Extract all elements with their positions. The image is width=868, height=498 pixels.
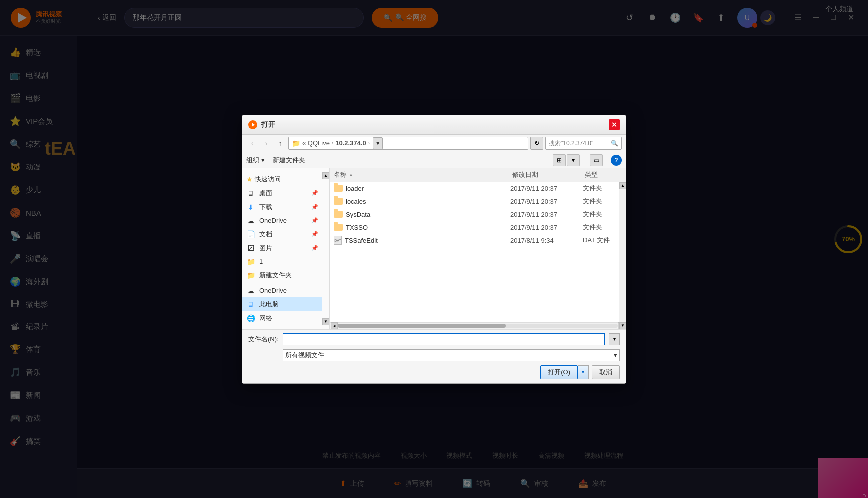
organize-label: 组织 ▾	[246, 156, 265, 165]
dialog-overlay: 打开 ✕ ‹ › ↑ 📁 « QQLive › 10.2.374.0 › ▾ ↻…	[0, 0, 868, 498]
search-dialog-input[interactable]	[549, 140, 609, 147]
col-name-header[interactable]: 名称 ▲	[330, 170, 508, 179]
file-type-locales: 文件夹	[579, 197, 624, 206]
nav-network[interactable]: 🌐 网络	[242, 311, 322, 325]
vertical-scrollbar[interactable]: ▲ ▼	[619, 182, 626, 329]
dialog-title-text: 打开	[261, 120, 275, 129]
filetype-select[interactable]: 所有视频文件 ▾	[283, 349, 620, 361]
onedrive-quick-pin-icon: 📌	[311, 217, 318, 224]
nav-desktop[interactable]: 🖥 桌面 📌	[242, 186, 322, 200]
action-row: 打开(O) ▾ 取消	[248, 365, 620, 379]
dialog-title: 打开	[248, 120, 275, 129]
file-row-loader[interactable]: loader 2017/9/11 20:37 文件夹	[330, 182, 626, 195]
organize-menu[interactable]: 组织 ▾	[246, 156, 265, 165]
horizontal-scrollbar[interactable]: ◄ ►	[330, 322, 626, 329]
search-dialog-icon: 🔍	[611, 140, 618, 147]
docs-nav-icon: 📄	[246, 230, 255, 238]
file-name-loader: loader	[332, 185, 506, 192]
file-row-locales[interactable]: locales 2017/9/11 20:37 文件夹	[330, 195, 626, 208]
nav-onedrive-quick-label: OneDrive	[259, 217, 287, 224]
hscroll-track[interactable]	[338, 324, 618, 328]
file-type-loader: 文件夹	[579, 184, 624, 193]
open-button[interactable]: 打开(O)	[540, 365, 578, 379]
left-nav: ▲ ★ 快速访问 🖥 桌面 📌 ⬇ 下载 📌	[242, 168, 330, 329]
nav-onedrive[interactable]: ☁ OneDrive	[242, 284, 322, 297]
dialog-title-bar: 打开 ✕	[242, 115, 626, 135]
file-row-tssafeedit[interactable]: DAT TSSafeEdit 2017/8/11 9:34 DAT 文件	[330, 234, 626, 247]
vscroll-up[interactable]: ▲	[619, 182, 626, 189]
folder-icon-loader	[334, 185, 343, 192]
download-pin-icon: 📌	[311, 204, 318, 210]
new-folder-nav-icon: 📁	[246, 271, 255, 279]
view-dropdown-btn[interactable]: ▾	[567, 154, 580, 166]
filename-row: 文件名(N): ▾	[248, 333, 620, 345]
resize-handle[interactable]: ⤡	[861, 491, 868, 498]
desktop-pin-icon: 📌	[311, 190, 318, 196]
breadcrumb-bar: 📁 « QQLive › 10.2.374.0 › ▾	[288, 137, 528, 150]
file-dialog: 打开 ✕ ‹ › ↑ 📁 « QQLive › 10.2.374.0 › ▾ ↻…	[242, 115, 626, 384]
dialog-body: ▲ ★ 快速访问 🖥 桌面 📌 ⬇ 下载 📌	[242, 168, 626, 329]
view-grid-btn[interactable]: ⊞	[553, 154, 566, 166]
file-row-txsso[interactable]: TXSSO 2017/9/11 20:37 文件夹	[330, 221, 626, 234]
open-dropdown-button[interactable]: ▾	[578, 365, 589, 379]
file-name-sysdata: SysData	[332, 211, 506, 218]
cancel-button[interactable]: 取消	[592, 365, 620, 379]
nav-pictures[interactable]: 🖼 图片 📌	[242, 241, 322, 255]
search-box: 🔍	[545, 137, 622, 150]
file-date-sysdata: 2017/9/11 20:37	[506, 211, 579, 218]
nav-new-folder[interactable]: 📁 新建文件夹	[242, 268, 322, 282]
file-list: loader 2017/9/11 20:37 文件夹 locales 2017/…	[330, 182, 626, 322]
docs-pin-icon: 📌	[311, 231, 318, 237]
refresh-button[interactable]: ↻	[530, 137, 543, 150]
network-icon: 🌐	[246, 314, 255, 322]
filename-input[interactable]	[283, 333, 605, 345]
help-button[interactable]: ?	[611, 155, 622, 166]
file-list-header: 名称 ▲ 修改日期 类型	[330, 168, 626, 182]
breadcrumb-chevron[interactable]: ▾	[373, 137, 383, 149]
open-btn-group: 打开(O) ▾	[540, 365, 589, 379]
file-type-txsso: 文件夹	[579, 223, 624, 232]
file-date-loader: 2017/9/11 20:37	[506, 185, 579, 192]
nav-download[interactable]: ⬇ 下载 📌	[242, 200, 322, 214]
vscroll-track	[619, 189, 626, 322]
download-nav-icon: ⬇	[246, 203, 255, 211]
new-folder-label: 新建文件夹	[273, 156, 305, 165]
folder-icon: 📁	[292, 139, 300, 147]
nav-new-folder-label: 新建文件夹	[259, 271, 292, 280]
col-date-label: 修改日期	[512, 171, 538, 178]
left-nav-scroll-up[interactable]: ▲	[322, 172, 329, 179]
breadcrumb-root[interactable]: « QQLive	[302, 139, 330, 147]
nav-forward-button[interactable]: ›	[260, 137, 272, 149]
hscroll-left-arrow[interactable]: ◄	[331, 322, 338, 329]
dialog-close-button[interactable]: ✕	[609, 119, 620, 130]
file-row-sysdata[interactable]: SysData 2017/9/11 20:37 文件夹	[330, 208, 626, 221]
breadcrumb-arrow-1: ›	[332, 140, 333, 146]
dialog-bottom: 文件名(N): ▾ 文件名(N): 所有视频文件 ▾ 打开(O) ▾	[242, 329, 626, 383]
nav-this-pc[interactable]: 🖥 此电脑	[242, 297, 322, 311]
left-nav-scroll-down[interactable]: ▼	[322, 318, 329, 325]
nav-onedrive-quick[interactable]: ☁ OneDrive 📌	[242, 214, 322, 227]
folder1-nav-icon: 📁	[246, 258, 255, 266]
file-date-tssafeedit: 2017/8/11 9:34	[506, 237, 579, 244]
filename-chevron[interactable]: ▾	[609, 333, 620, 345]
hscroll-thumb	[338, 324, 506, 328]
dialog-menubar: 组织 ▾ 新建文件夹 ⊞ ▾ ▭ ?	[242, 152, 626, 168]
vscroll-down[interactable]: ▼	[619, 322, 626, 329]
open-btn-label: 打开(O)	[548, 368, 570, 377]
nav-docs[interactable]: 📄 文档 📌	[242, 227, 322, 241]
col-date-header[interactable]: 修改日期	[508, 170, 581, 179]
nav-back-button[interactable]: ‹	[246, 137, 258, 149]
nav-up-button[interactable]: ↑	[274, 137, 286, 149]
col-type-header[interactable]: 类型	[581, 170, 626, 179]
onedrive-nav-icon: ☁	[246, 217, 255, 225]
preview-btn[interactable]: ▭	[590, 154, 603, 166]
file-type-sysdata: 文件夹	[579, 210, 624, 219]
quick-access-icon: ★	[246, 175, 253, 183]
file-list-area: 名称 ▲ 修改日期 类型 loader	[330, 168, 626, 329]
new-folder-btn[interactable]: 新建文件夹	[273, 156, 305, 165]
breadcrumb-path1[interactable]: 10.2.374.0	[335, 139, 366, 147]
file-type-tssafeedit: DAT 文件	[579, 236, 624, 245]
pictures-pin-icon: 📌	[311, 245, 318, 251]
nav-network-label: 网络	[259, 314, 272, 323]
nav-folder1[interactable]: 📁 1	[242, 255, 322, 268]
